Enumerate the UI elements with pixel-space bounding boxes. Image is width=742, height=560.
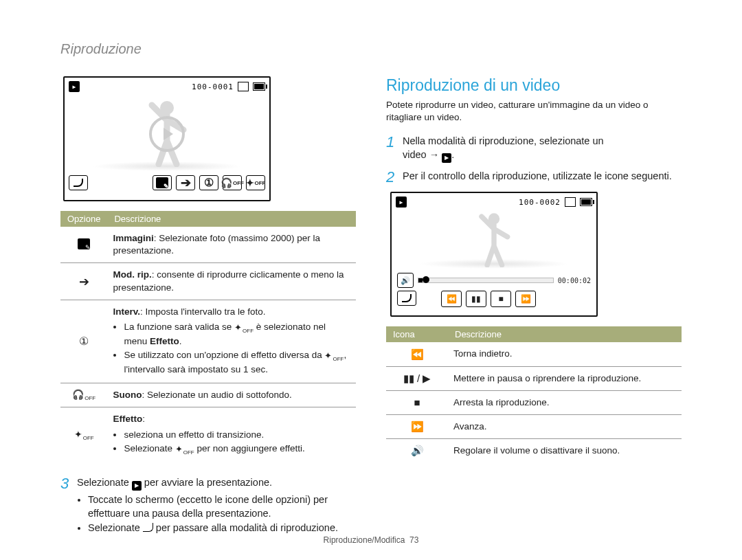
- video-counter: 100-0002: [519, 198, 561, 207]
- step-2-text: Per il controllo della riproduzione, uti…: [403, 170, 672, 185]
- control-description: Torna indietro.: [448, 342, 682, 366]
- control-description: Mettere in pausa o riprendere la riprodu…: [448, 366, 682, 390]
- repeat-option-icon: [79, 276, 89, 288]
- step-3-text: Selezionate ▶ per avviare la presentazio…: [77, 476, 356, 491]
- option-description: Immagini: Selezionate foto (massimo 2000…: [107, 227, 356, 263]
- playmode-icon: ▶: [69, 81, 80, 92]
- option-icon-cell: [60, 263, 107, 300]
- th-icona: Icona: [386, 326, 448, 342]
- play-icon-inline: ▶: [442, 153, 451, 163]
- control-description: Avanza.: [448, 415, 682, 439]
- control-description: Arresta la riproduzione.: [448, 390, 682, 414]
- option-icon-cell: OFF: [60, 407, 107, 464]
- stop-icon: ■: [491, 291, 511, 307]
- section-intro: Potete riprodurre un video, catturare un…: [386, 99, 682, 124]
- battery-icon: [253, 82, 265, 91]
- video-screen: ▶ 100-0002 🔊: [390, 192, 598, 317]
- control-icon-cell: ■: [386, 390, 448, 414]
- control-icon-cell: ▮▮ / ▶: [386, 366, 448, 390]
- option-bullet: La funzione sarà valida se ✦OFF è selezi…: [124, 321, 350, 348]
- slideshow-screen: ▶ 100-0001: [63, 76, 271, 201]
- images-option-icon: [153, 175, 172, 190]
- step-3-bullet: Toccate lo schermo (eccetto le icone del…: [88, 493, 356, 520]
- step-1-number: 1: [386, 135, 403, 163]
- option-icon-cell: OFF: [60, 383, 107, 407]
- section-title: Riproduzione di un video: [386, 76, 682, 95]
- interval-option-icon: [79, 336, 89, 347]
- effect-option-icon: [74, 429, 82, 440]
- play-icon: [149, 116, 185, 152]
- left-column: ▶ 100-0001: [60, 76, 356, 544]
- th-opzione: Opzione: [60, 211, 107, 227]
- video-icons-table: Icona Descrizione ⏪Torna indietro.▮▮ / ▶…: [386, 326, 682, 462]
- back-icon: [397, 291, 416, 306]
- page-header: Riproduzione: [60, 41, 682, 57]
- option-bullet: seleziona un effetto di transizione.: [124, 429, 350, 441]
- repeat-option-icon: [176, 175, 195, 190]
- th-descrizione: Descrizione: [448, 326, 682, 342]
- option-bullet: Selezionate ✦OFF per non aggiungere effe…: [124, 443, 350, 457]
- slideshow-options-table: Opzione Descrizione Immagini: Selezionat…: [60, 211, 356, 464]
- forward-icon: ⏩: [515, 291, 536, 307]
- control-icon-cell: ⏪: [386, 342, 448, 366]
- sound-option-icon: [72, 390, 84, 400]
- person-silhouette: [466, 211, 521, 267]
- battery-icon: [580, 198, 592, 206]
- control-icon-cell: ⏩: [386, 415, 448, 439]
- step-3-number: 3: [60, 476, 77, 537]
- screen-counter: 100-0001: [192, 82, 234, 91]
- option-description: Suono: Selezionate un audio di sottofond…: [107, 383, 356, 407]
- control-icon-cell: 🔊: [386, 439, 448, 463]
- back-icon: [69, 175, 88, 190]
- option-description: Mod. rip.: consente di riprodurre ciclic…: [107, 263, 356, 300]
- interval-option-icon: [199, 175, 218, 190]
- option-bullet: Se utilizzato con un'opzione di effetto …: [124, 349, 350, 376]
- sdcard-icon: [238, 82, 249, 91]
- option-description: Effetto:seleziona un effetto di transizi…: [107, 407, 356, 464]
- pause-icon: ▮▮: [466, 291, 486, 307]
- control-description: Regolare il volume o disattivare il suon…: [448, 439, 682, 463]
- step-1-text: Nella modalità di riproduzione, selezion…: [403, 135, 604, 163]
- option-icon-cell: [60, 227, 107, 263]
- images-option-icon: [78, 238, 90, 249]
- video-time: 00:00:02: [558, 277, 591, 284]
- volume-icon: 🔊: [397, 273, 414, 288]
- right-column: Riproduzione di un video Potete riprodur…: [386, 76, 682, 544]
- play-icon-inline: ▶: [132, 481, 142, 491]
- effect-option-icon: OFF: [246, 175, 265, 190]
- option-icon-cell: [60, 300, 107, 383]
- progress-bar: [418, 278, 554, 283]
- th-descrizione: Descrizione: [107, 211, 356, 227]
- step-2-number: 2: [386, 170, 403, 185]
- sound-option-icon: OFF: [223, 175, 242, 190]
- rewind-icon: ⏪: [441, 291, 462, 307]
- sdcard-icon: [565, 197, 576, 207]
- option-description: Interv.: Imposta l'intervallo tra le fot…: [107, 300, 356, 383]
- page-footer: Riproduzione/Modifica 73: [0, 535, 742, 545]
- step-3-bullet: Selezionate per passare alla modalità di…: [88, 522, 356, 535]
- playmode-icon: ▶: [396, 197, 407, 208]
